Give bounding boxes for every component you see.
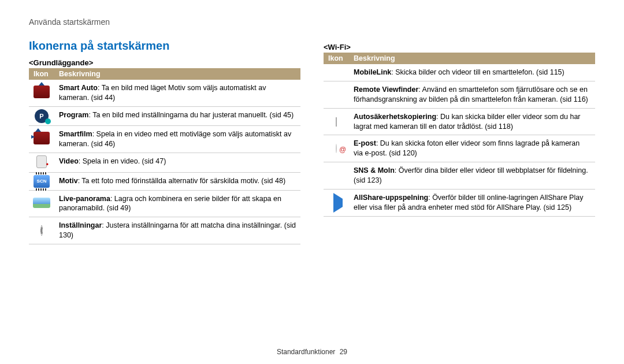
auto-backup-icon <box>336 117 337 127</box>
page-footer: Standardfunktioner 29 <box>0 348 624 356</box>
allshare-icon <box>333 193 343 213</box>
smart-auto-icon <box>34 86 50 98</box>
table-row: Motiv: Ta ett foto med förinställda alte… <box>29 172 300 190</box>
panorama-icon <box>33 198 50 208</box>
row-bold: SNS & Moln <box>354 166 395 174</box>
row-rest: : Du kan skicka foton eller videor som f… <box>354 139 580 157</box>
email-icon <box>336 144 337 153</box>
table-row: Remote Viewfinder: Använd en smarttelefo… <box>324 81 595 108</box>
row-bold: Remote Viewfinder <box>354 86 418 94</box>
right-column: <Wi-Fi> Ikon Beskrivning MobileLink: Ski… <box>324 39 595 244</box>
basic-table: Ikon Beskrivning Smart Auto: Ta en bild … <box>29 68 300 244</box>
subhead-basic: <Grundläggande> <box>29 58 300 67</box>
table-row: Autosäkerhetskopiering: Du kan skicka bi… <box>324 108 595 135</box>
smartfilm-icon <box>34 132 50 144</box>
footer-label: Standardfunktioner <box>277 348 335 356</box>
row-rest: : Ta en bild med inställningarna du har … <box>88 111 294 119</box>
wifi-table: Ikon Beskrivning MobileLink: Skicka bild… <box>324 53 595 217</box>
table-row: SNS & Moln: Överför dina bilder eller vi… <box>324 162 595 190</box>
row-bold: Program <box>59 111 88 119</box>
row-bold: Video <box>59 157 79 165</box>
row-bold: Live-panorama <box>59 195 110 203</box>
subhead-wifi: <Wi-Fi> <box>324 43 595 51</box>
section-title: Ikonerna på startskärmen <box>29 39 300 53</box>
table-row: E-post: Du kan skicka foton eller videor… <box>324 135 595 162</box>
col-header-icon: Ikon <box>29 68 54 80</box>
col-header-desc: Beskrivning <box>54 68 300 80</box>
table-row: Smart Auto: Ta en bild med läget Motiv s… <box>29 80 300 106</box>
video-icon <box>36 155 47 168</box>
row-bold: Autosäkerhetskopiering <box>354 113 436 121</box>
row-bold: Inställningar <box>59 221 102 229</box>
row-rest: : Spela in en video med ett motivläge so… <box>59 130 291 148</box>
settings-icon <box>40 225 43 236</box>
row-bold: Smart Auto <box>59 84 98 92</box>
row-bold: Smartfilm <box>59 130 92 138</box>
table-row: AllShare-uppspelning: Överför bilder til… <box>324 189 595 216</box>
row-bold: Motiv <box>59 177 78 185</box>
table-row: Live-panorama: Lagra och kombinera en se… <box>29 190 300 217</box>
col-header-desc: Beskrivning <box>349 53 595 64</box>
breadcrumb: Använda startskärmen <box>29 17 595 27</box>
row-bold: E-post <box>354 139 376 147</box>
row-bold: AllShare-uppspelning <box>354 194 428 202</box>
table-row: MobileLink: Skicka bilder och videor til… <box>324 64 595 81</box>
row-rest: : Skicka bilder och videor till en smart… <box>391 68 564 76</box>
row-bold: MobileLink <box>354 68 391 76</box>
page-number: 29 <box>340 348 347 356</box>
row-rest: : Spela in en video. (sid 47) <box>79 157 166 165</box>
table-row: Smartfilm: Spela in en video med ett mot… <box>29 125 300 153</box>
table-row: Inställningar: Justera inställningarna f… <box>29 217 300 244</box>
table-row: Program: Ta en bild med inställningarna … <box>29 106 300 125</box>
col-header-icon: Ikon <box>324 53 349 64</box>
left-column: Ikonerna på startskärmen <Grundläggande>… <box>29 39 300 244</box>
scene-icon <box>34 175 50 188</box>
row-rest: : Ta ett foto med förinställda alternati… <box>78 177 285 185</box>
program-icon <box>35 109 49 123</box>
table-row: Video: Spela in en video. (sid 47) <box>29 153 300 172</box>
